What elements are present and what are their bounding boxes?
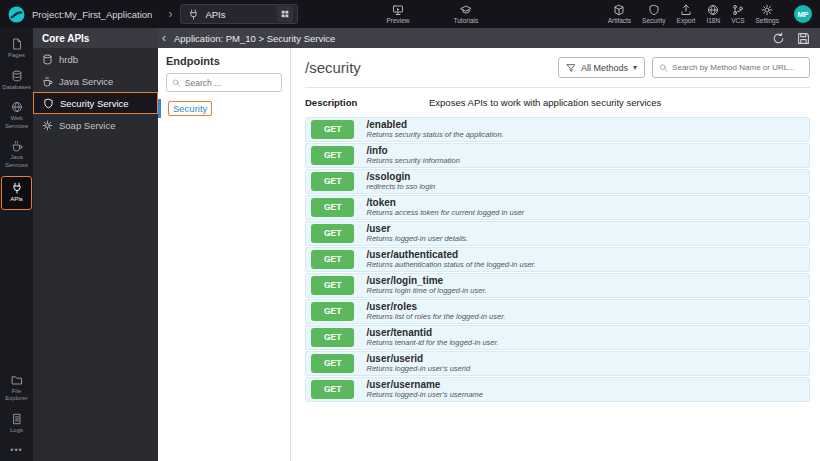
shield-icon: [648, 4, 660, 16]
preview-icon: [392, 4, 404, 16]
globe-icon: [11, 101, 23, 113]
method-badge[interactable]: GET: [311, 276, 354, 295]
endpoint-row[interactable]: GET /user/authenticated Returns authenti…: [305, 247, 810, 272]
method-search[interactable]: [652, 57, 810, 78]
method-badge[interactable]: GET: [311, 120, 354, 139]
breadcrumb: Application: PM_10 > Security Service: [174, 33, 335, 44]
method-badge[interactable]: GET: [311, 250, 354, 269]
search-icon: [172, 78, 181, 88]
branch-icon: [732, 4, 744, 16]
endpoint-row[interactable]: GET /user/userid Returns logged-in user'…: [305, 351, 810, 376]
endpoint-row-text: /user/username Returns logged-in user's …: [366, 379, 483, 399]
endpoint-row[interactable]: GET /ssologin redirects to sso login: [305, 169, 810, 194]
endpoint-description: redirects to sso login: [366, 183, 435, 192]
methods-filter-dropdown[interactable]: All Methods ▾: [558, 57, 645, 78]
preview-button[interactable]: Preview: [386, 4, 409, 24]
i18n-label: I18N: [706, 17, 720, 24]
endpoint-description: Returns authentication status of the log…: [366, 261, 535, 270]
endpoint-row[interactable]: GET /token Returns access token for curr…: [305, 195, 810, 220]
save-icon[interactable]: [797, 32, 810, 45]
security-button[interactable]: Security: [642, 4, 665, 24]
workspace-selector[interactable]: APIs: [180, 4, 298, 24]
endpoint-row[interactable]: GET /user Returns logged-in user details…: [305, 221, 810, 246]
app-body: Pages Databases Web Services: [0, 28, 820, 461]
sidebar-item-apis[interactable]: APIs: [1, 176, 32, 210]
settings-button[interactable]: Settings: [756, 4, 780, 24]
endpoints-search[interactable]: [166, 73, 282, 92]
endpoint-description: Returns tenant-id for the logged-in user…: [366, 339, 498, 348]
grid-view-button[interactable]: [277, 6, 293, 22]
plug-icon: [188, 9, 199, 20]
service-title: /security: [305, 59, 361, 76]
sidebar-item-label: Pages: [8, 52, 25, 60]
export-button[interactable]: Export: [677, 4, 696, 24]
logs-icon: [11, 413, 23, 425]
description-label: Description: [305, 97, 429, 108]
page-icon: [11, 38, 23, 50]
artifacts-icon: [613, 4, 625, 16]
method-badge[interactable]: GET: [311, 328, 354, 347]
main-header: ‹ Application: PM_10 > Security Service: [158, 28, 820, 48]
project-name[interactable]: Project:My_First_Application: [32, 9, 152, 20]
sidebar-item-file-explorer[interactable]: File Explorer: [0, 369, 33, 408]
collapse-panel-icon[interactable]: ‹: [162, 32, 166, 44]
vcs-button[interactable]: VCS: [731, 4, 744, 24]
api-item-java-service[interactable]: Java Service: [33, 70, 158, 92]
artifacts-button[interactable]: Artifacts: [608, 4, 631, 24]
tutorials-button[interactable]: Tutorials: [454, 4, 479, 24]
endpoint-row[interactable]: GET /user/tenantid Returns tenant-id for…: [305, 325, 810, 350]
globe-icon: [707, 4, 719, 16]
api-item-hrdb[interactable]: hrdb: [33, 48, 158, 70]
endpoint-row[interactable]: GET /info Returns security information: [305, 143, 810, 168]
user-avatar[interactable]: MP: [794, 5, 812, 23]
api-item-label: hrdb: [59, 54, 78, 65]
endpoint-description: Returns list of roles for the logged-in …: [366, 313, 505, 322]
method-badge[interactable]: GET: [311, 172, 354, 191]
method-badge[interactable]: GET: [311, 146, 354, 165]
methods-filter-label: All Methods: [581, 63, 628, 73]
method-badge[interactable]: GET: [311, 380, 354, 399]
chevron-right-icon: ›: [168, 7, 172, 21]
sidebar-item-databases[interactable]: Databases: [0, 65, 33, 97]
plug-icon: [11, 182, 23, 194]
endpoint-row[interactable]: GET /user/login_time Returns login time …: [305, 273, 810, 298]
endpoint-row-text: /token Returns access token for current …: [366, 197, 524, 217]
service-detail: /security All Methods ▾: [291, 48, 820, 461]
api-item-soap-service[interactable]: Soap Service: [33, 114, 158, 136]
method-search-input[interactable]: [672, 63, 803, 72]
method-badge[interactable]: GET: [311, 302, 354, 321]
sidebar-item-pages[interactable]: Pages: [0, 33, 33, 65]
export-icon: [680, 4, 692, 16]
brand-logo-icon[interactable]: [8, 6, 25, 23]
endpoint-row[interactable]: GET /user/roles Returns list of roles fo…: [305, 299, 810, 324]
method-badge[interactable]: GET: [311, 354, 354, 373]
endpoint-row[interactable]: GET /user/username Returns logged-in use…: [305, 377, 810, 402]
endpoint-row-text: /user/authenticated Returns authenticati…: [366, 249, 535, 269]
topbar-center: Preview Tutorials: [386, 4, 478, 24]
api-item-security-service[interactable]: Security Service: [33, 92, 158, 114]
endpoints-search-input[interactable]: [185, 78, 276, 88]
core-apis-header: Core APIs: [33, 28, 158, 48]
sidebar-spacer: [0, 212, 33, 369]
main-header-actions: [772, 32, 810, 45]
gear-icon: [42, 120, 53, 131]
endpoint-list-item-security[interactable]: Security: [158, 99, 290, 118]
endpoints-title: Endpoints: [166, 55, 282, 67]
method-badge[interactable]: GET: [311, 198, 354, 217]
more-options-button[interactable]: •••: [0, 439, 33, 461]
endpoint-row-text: /enabled Returns security status of the …: [366, 119, 503, 139]
refresh-icon[interactable]: [772, 32, 785, 45]
endpoint-row[interactable]: GET /enabled Returns security status of …: [305, 117, 810, 142]
endpoint-description: Returns logged-in user's username: [366, 391, 483, 400]
filter-icon: [566, 63, 576, 73]
method-badge[interactable]: GET: [311, 224, 354, 243]
api-item-label: Security Service: [60, 98, 129, 109]
vcs-label: VCS: [731, 17, 744, 24]
sidebar-item-java-services[interactable]: Java Services: [0, 135, 33, 174]
sidebar-item-web-services[interactable]: Web Services: [0, 96, 33, 135]
endpoint-description: Returns security information: [366, 157, 459, 166]
top-bar: Project:My_First_Application › APIs Prev…: [0, 0, 820, 28]
i18n-button[interactable]: I18N: [706, 4, 720, 24]
sidebar-item-logs[interactable]: Logs: [0, 408, 33, 440]
description-row: Description Exposes APIs to work with ap…: [305, 97, 808, 108]
